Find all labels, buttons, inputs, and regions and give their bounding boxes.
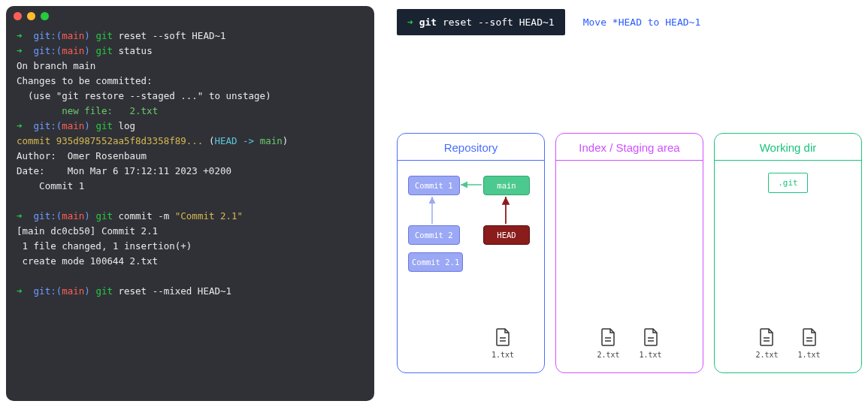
file-label: 2.txt: [597, 351, 619, 359]
main-node: main: [483, 176, 530, 195]
file-icon: [600, 328, 615, 346]
close-icon[interactable]: [14, 12, 22, 20]
file-icon: [495, 328, 510, 346]
command-annotation: Move *HEAD to HEAD~1: [583, 17, 701, 28]
terminal-body[interactable]: ➜ git:(main) git reset --soft HEAD~1 ➜ g…: [6, 26, 374, 309]
file-list: 1.txt: [398, 328, 544, 359]
commit-node: Commit 2: [408, 225, 460, 245]
command-box: ➜ git reset --soft HEAD~1: [397, 9, 565, 35]
maximize-icon[interactable]: [41, 12, 49, 20]
diagram-area: ➜ git reset --soft HEAD~1 Move *HEAD to …: [397, 6, 862, 401]
file-item: 2.txt: [597, 328, 619, 359]
commit-graph: Commit 1 Commit 2 Commit 2.1 main HEAD: [398, 171, 544, 291]
commit-node: Commit 2.1: [408, 252, 463, 272]
file-list: 2.txt1.txt: [556, 328, 703, 359]
repository-area: Repository Commit 1 Commit 2 Commit 2.1 …: [397, 133, 545, 373]
area-title: Index / Staging area: [556, 134, 703, 161]
commit-node: Commit 1: [408, 176, 460, 195]
area-title: Repository: [398, 134, 544, 161]
git-folder-badge: .git: [768, 173, 808, 193]
file-label: 2.txt: [755, 351, 778, 359]
file-item: 1.txt: [798, 328, 821, 359]
titlebar: [6, 6, 374, 26]
file-icon: [802, 328, 817, 346]
index-area: Index / Staging area 2.txt1.txt: [555, 133, 703, 373]
file-label: 1.txt: [798, 351, 821, 359]
file-label: 1.txt: [491, 351, 514, 359]
file-item: 2.txt: [755, 328, 778, 359]
file-list: 2.txt1.txt: [715, 328, 861, 359]
file-label: 1.txt: [640, 351, 662, 359]
head-node: HEAD: [483, 225, 530, 245]
command-header: ➜ git reset --soft HEAD~1 Move *HEAD to …: [397, 9, 862, 35]
minimize-icon[interactable]: [27, 12, 35, 20]
file-item: 1.txt: [491, 328, 514, 359]
terminal-window: ➜ git:(main) git reset --soft HEAD~1 ➜ g…: [6, 6, 374, 401]
git-areas: Repository Commit 1 Commit 2 Commit 2.1 …: [397, 133, 862, 373]
area-title: Working dir: [715, 134, 861, 161]
file-icon: [759, 328, 774, 346]
file-item: 1.txt: [640, 328, 662, 359]
working-dir-area: Working dir .git 2.txt1.txt: [714, 133, 862, 373]
file-icon: [643, 328, 658, 346]
